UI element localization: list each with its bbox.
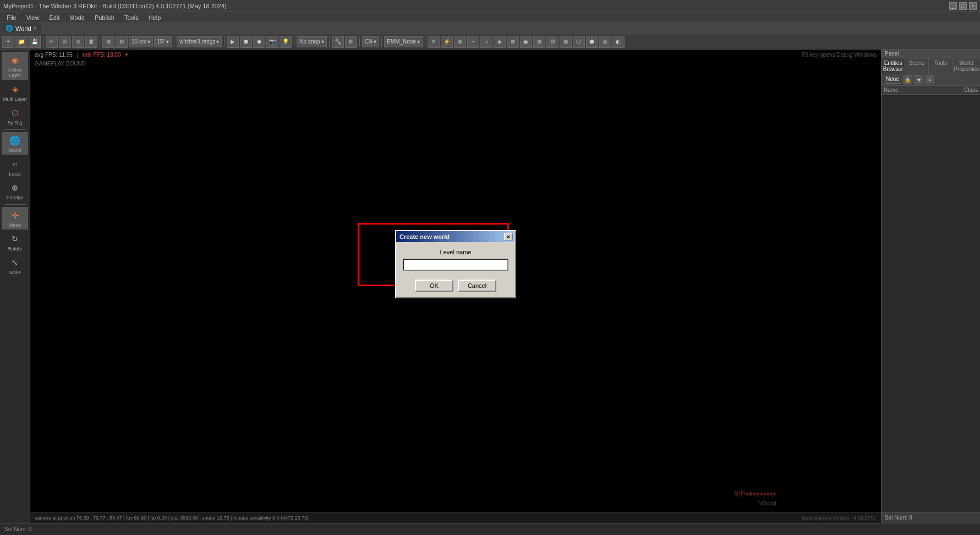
tb-sep-1 xyxy=(43,37,43,47)
panel-filter-btn3[interactable]: ≡ xyxy=(926,75,934,84)
panel-tab-scene[interactable]: Scene xyxy=(905,58,929,74)
menu-publish[interactable]: Publish xyxy=(90,13,119,22)
menu-mode[interactable]: Mode xyxy=(65,13,89,22)
tb-extra5-button[interactable]: ⊟ xyxy=(546,36,559,48)
tb-extra2-button[interactable]: ⊕ xyxy=(507,36,519,48)
dialog-titlebar: Create new world × xyxy=(396,231,515,242)
menu-help[interactable]: Help xyxy=(144,13,166,22)
tab-close-icon[interactable]: × xyxy=(34,25,37,31)
panel-filter-btn2[interactable]: ★ xyxy=(915,75,923,84)
tb-emm-label: EMM_None xyxy=(387,39,416,45)
tb-record-button[interactable]: ⏺ xyxy=(253,36,265,48)
sidebar-tool-by-tag[interactable]: ⬡ By Tag xyxy=(2,105,28,127)
tb-extra10-button[interactable]: ◐ xyxy=(612,36,625,48)
tb-save-button[interactable]: 💾 xyxy=(29,36,41,48)
panel-tab-world[interactable]: World Properties xyxy=(952,58,980,74)
sidebar-tool-world[interactable]: 🌐 World xyxy=(2,132,28,155)
dialog-cancel-button[interactable]: Cancel xyxy=(458,280,496,292)
foreign-icon: ⊕ xyxy=(8,181,21,194)
tb-magnet-button[interactable]: 🔧 xyxy=(332,36,344,48)
panel-tab-tools[interactable]: Tools xyxy=(929,58,952,74)
sidebar-tool-foreign[interactable]: ⊕ Foreign xyxy=(2,179,28,202)
minimize-button[interactable]: _ xyxy=(949,2,957,10)
tb-cn-chevron: ▾ xyxy=(374,39,376,45)
viewport[interactable]: avg FPS: 11.96 | min FPS: 18.00 ● GAMEPL… xyxy=(30,50,881,523)
menu-bar: File View Edit Mode Publish Tools Help xyxy=(0,12,980,23)
panel-columns: Name Class xyxy=(882,86,980,95)
panel-content[interactable] xyxy=(882,95,980,512)
tb-angle-chevron: ▾ xyxy=(166,39,169,45)
tb-extra4-button[interactable]: ⊞ xyxy=(533,36,545,48)
menu-tools[interactable]: Tools xyxy=(120,13,143,22)
tb-sep-8 xyxy=(381,37,382,47)
tab-bar: 🌐 World × xyxy=(0,23,980,34)
move-icon: ✛ xyxy=(8,209,21,222)
dialog-level-name-label: Level name xyxy=(403,249,508,255)
tb-stop-button[interactable]: ⏹ xyxy=(240,36,252,48)
panel-tab-entities[interactable]: Entities Browser xyxy=(882,58,905,74)
panel-filter-btn1[interactable]: 🔒 xyxy=(904,75,912,84)
tb-cut-button[interactable]: ✂ xyxy=(46,36,58,48)
panel-header: Panel xyxy=(882,50,980,58)
tb-emm-chevron: ▾ xyxy=(417,39,420,45)
tb-size-chevron: ▾ xyxy=(147,39,150,45)
tb-angle-dropdown[interactable]: 15° ▾ xyxy=(154,36,172,47)
tb-grid2-button[interactable]: ⊟ xyxy=(116,36,128,48)
active-layer-label: Active Layer xyxy=(3,67,27,78)
tb-new-button[interactable]: + xyxy=(2,36,14,48)
tb-open-button[interactable]: 📁 xyxy=(15,36,28,48)
local-label: Local xyxy=(9,171,21,177)
dialog-ok-button[interactable]: OK xyxy=(415,280,453,292)
tb-bullet-button[interactable]: • xyxy=(467,36,479,48)
tb-extra6-button[interactable]: ⊠ xyxy=(560,36,572,48)
menu-edit[interactable]: Edit xyxy=(45,13,64,22)
tb-extra9-button[interactable]: ◎ xyxy=(599,36,611,48)
sidebar-tool-local[interactable]: ○ Local xyxy=(2,156,28,178)
tb-extra7-button[interactable]: ⬡ xyxy=(573,36,585,48)
by-tag-label: By Tag xyxy=(7,120,22,125)
close-button[interactable]: × xyxy=(969,2,977,10)
tb-physics-button[interactable]: ⊗ xyxy=(454,36,466,48)
dialog-level-name-input[interactable] xyxy=(403,259,508,271)
maximize-button[interactable]: □ xyxy=(959,2,967,10)
tb-settings-button[interactable]: ⚡ xyxy=(441,36,453,48)
sidebar-tool-move[interactable]: ✛ Move xyxy=(2,207,28,230)
tb-align-button[interactable]: ⚙ xyxy=(345,36,357,48)
sidebar-tool-rotate[interactable]: ↻ Rotate xyxy=(2,231,28,253)
sidebar-tool-active-layer[interactable]: ◉ Active Layer xyxy=(2,52,28,80)
toolbar: + 📁 💾 ✂ ⎘ ⎗ 🗑 ⊞ ⊟ 10 cm ▾ 15° ▾ witcher3… xyxy=(0,34,980,50)
tb-paste-button[interactable]: ⎗ xyxy=(72,36,84,48)
dialog-close-button[interactable]: × xyxy=(504,233,513,241)
tb-extra3-button[interactable]: ◉ xyxy=(520,36,532,48)
world-icon: 🌐 xyxy=(8,134,21,147)
tb-size-dropdown[interactable]: 10 cm ▾ xyxy=(129,36,153,47)
active-layer-icon: ◉ xyxy=(8,53,21,67)
tab-world[interactable]: 🌐 World × xyxy=(0,23,42,34)
tb-fog-button[interactable]: ≈ xyxy=(480,36,492,48)
tb-extra1-button[interactable]: ◈ xyxy=(494,36,506,48)
sidebar-tool-multi-layer[interactable]: ◈ Multi Layer xyxy=(2,81,28,103)
panel-subtab-none[interactable]: None xyxy=(884,75,901,84)
sidebar-tool-scale[interactable]: ⤡ Scale xyxy=(2,254,28,277)
tb-copy-button[interactable]: ⎘ xyxy=(59,36,71,48)
panel-subtabs: None 🔒 ★ ≡ xyxy=(882,74,980,86)
tb-emm-dropdown[interactable]: EMM_None ▾ xyxy=(384,36,423,47)
tb-snap-dropdown[interactable]: No snap ▾ xyxy=(297,36,326,47)
menu-file[interactable]: File xyxy=(2,13,21,22)
tb-delete-button[interactable]: 🗑 xyxy=(85,36,97,48)
tb-world-dropdown[interactable]: witcher3.redgz ▾ xyxy=(177,36,222,47)
tb-grid-button[interactable]: ⊞ xyxy=(102,36,114,48)
scale-label: Scale xyxy=(9,270,21,275)
tb-extra8-button[interactable]: ⬢ xyxy=(586,36,598,48)
tb-snap-chevron: ▾ xyxy=(321,39,324,45)
rotate-label: Rotate xyxy=(8,246,23,252)
tb-cn-dropdown[interactable]: CN ▾ xyxy=(362,36,379,47)
tb-cam-button[interactable]: 📷 xyxy=(266,36,278,48)
tb-sep-5 xyxy=(294,37,294,47)
tb-play-button[interactable]: ▶ xyxy=(227,36,239,48)
tb-x-button[interactable]: ✕ xyxy=(428,36,440,48)
tb-light-button[interactable]: 💡 xyxy=(280,36,292,48)
menu-view[interactable]: View xyxy=(22,13,44,22)
status-bar: Sel Num: 0 xyxy=(0,523,980,535)
panel-header-label: Panel xyxy=(885,51,899,57)
